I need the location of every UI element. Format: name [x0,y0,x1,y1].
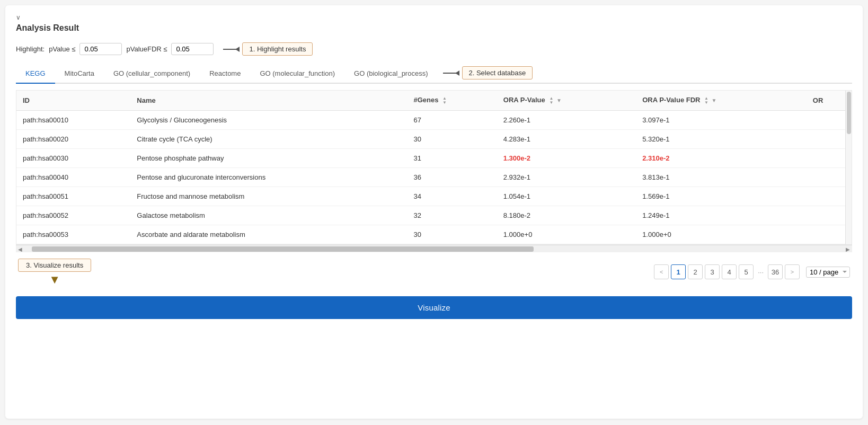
cell-ora-pvalue-fdr: 2.310e-2 [636,148,807,167]
page-5-btn[interactable]: 5 [739,264,754,279]
pagination-row: 3. Visualize results ▼ < 1 2 3 4 5 ··· 3… [16,252,852,292]
highlight-callout: 1. Highlight results [242,42,313,56]
db-arrow-icon [443,73,459,74]
pagination: < 1 2 3 4 5 ··· 36 > 10 / page 20 / page… [654,264,850,279]
table-row[interactable]: path:hsa00030Pentose phosphate pathway31… [16,148,852,167]
ora-pvalue-sort-icon[interactable]: ▲▼ [549,96,553,105]
tabs-area: KEGG MitoCarta GO (cellular_component) R… [16,65,852,84]
visualize-button[interactable]: Visualize [16,296,852,319]
table-row[interactable]: path:hsa00053Ascorbate and aldarate meta… [16,225,852,244]
highlight-label: Highlight: [16,45,45,53]
table-row[interactable]: path:hsa00020Citrate cycle (TCA cycle)30… [16,129,852,148]
data-table: ID Name #Genes ▲▼ ORA P-Value ▲▼ ▼ [16,91,852,244]
tab-go-biological[interactable]: GO (biological_process) [344,65,437,84]
page-4-btn[interactable]: 4 [722,264,737,279]
ora-pvalue-filter-icon[interactable]: ▼ [556,98,562,103]
cell-id: path:hsa00020 [16,129,130,148]
page-3-btn[interactable]: 3 [705,264,720,279]
tab-go-molecular[interactable]: GO (molecular_function) [250,65,344,84]
tab-mitocarta[interactable]: MitoCarta [55,65,104,84]
tab-kegg[interactable]: KEGG [16,65,55,84]
page-ellipsis: ··· [756,268,766,276]
cell-ora-pvalue: 2.932e-1 [497,167,636,187]
page-next-btn[interactable]: > [785,264,800,279]
cell-genes: 34 [407,187,497,206]
table-row[interactable]: path:hsa00051Fructose and mannose metabo… [16,187,852,206]
cell-ora-pvalue: 1.000e+0 [497,225,636,244]
cell-ora-pvalue-fdr: 3.097e-1 [636,110,807,129]
tabs-row: KEGG MitoCarta GO (cellular_component) R… [16,65,852,84]
cell-ora-pvalue-fdr: 1.569e-1 [636,187,807,206]
cell-genes: 30 [407,225,497,244]
cell-genes: 32 [407,206,497,225]
page-title: Analysis Result [16,23,852,33]
highlight-row: Highlight: pValue ≤ 0.05 pValueFDR ≤ 0.0… [16,42,852,56]
horizontal-scrollbar[interactable]: ◀ ▶ [16,245,852,252]
cell-name: Fructose and mannose metabolism [130,187,407,206]
col-genes[interactable]: #Genes ▲▼ [407,91,497,110]
pvaluefdr-label: pValueFDR ≤ [126,45,167,53]
tab-reactome[interactable]: Reactome [200,65,250,84]
col-name: Name [130,91,407,110]
bottom-bar: Visualize [16,292,852,323]
visualize-annotation: 3. Visualize results ▼ [18,259,91,286]
page-prev-btn[interactable]: < [654,264,669,279]
cell-ora-pvalue: 1.300e-2 [497,148,636,167]
table-row[interactable]: path:hsa00010Glycolysis / Gluconeogenesi… [16,110,852,129]
cell-ora-pvalue-fdr: 3.813e-1 [636,167,807,187]
vis-arrow-down-icon: ▼ [49,274,60,286]
cell-genes: 67 [407,110,497,129]
cell-id: path:hsa00052 [16,206,130,225]
table-row[interactable]: path:hsa00040Pentose and glucuronate int… [16,167,852,187]
cell-genes: 36 [407,167,497,187]
cell-ora-pvalue: 4.283e-1 [497,129,636,148]
page-last-btn[interactable]: 36 [768,264,783,279]
cell-name: Pentose and glucuronate interconversions [130,167,407,187]
col-ora-pvalue[interactable]: ORA P-Value ▲▼ ▼ [497,91,636,110]
db-callout: 2. Select database [462,66,533,79]
data-table-wrapper: ID Name #Genes ▲▼ ORA P-Value ▲▼ ▼ [16,90,852,245]
ora-pvalue-fdr-sort-icon[interactable]: ▲▼ [704,96,708,105]
tab-go-cellular[interactable]: GO (cellular_component) [104,65,200,84]
cell-genes: 31 [407,148,497,167]
pvalue-input[interactable]: 0.05 [79,43,122,55]
cell-name: Ascorbate and aldarate metabolism [130,225,407,244]
col-ora-pvalue-fdr[interactable]: ORA P-Value FDR ▲▼ ▼ [636,91,807,110]
scroll-left-icon[interactable]: ◀ [18,246,22,252]
genes-sort-icon[interactable]: ▲▼ [442,96,447,105]
cell-id: path:hsa00010 [16,110,130,129]
highlight-arrow-icon [223,49,239,50]
table-row[interactable]: path:hsa00052Galactose metabolism328.180… [16,206,852,225]
cell-name: Citrate cycle (TCA cycle) [130,129,407,148]
col-id: ID [16,91,130,110]
page-2-btn[interactable]: 2 [688,264,703,279]
highlight-annotation: 1. Highlight results [223,42,313,56]
ora-pvalue-fdr-filter-icon[interactable]: ▼ [712,98,717,103]
cell-name: Glycolysis / Gluconeogenesis [130,110,407,129]
cell-id: path:hsa00040 [16,167,130,187]
cell-genes: 30 [407,129,497,148]
cell-ora-pvalue: 8.180e-2 [497,206,636,225]
cell-id: path:hsa00053 [16,225,130,244]
collapse-icon[interactable]: ∨ [16,14,852,21]
cell-ora-pvalue: 2.260e-1 [497,110,636,129]
db-annotation: 2. Select database [443,66,533,79]
vertical-scrollbar-thumb[interactable] [847,92,851,134]
cell-name: Pentose phosphate pathway [130,148,407,167]
main-container: ∨ Analysis Result Highlight: pValue ≤ 0.… [5,5,863,419]
cell-ora-pvalue-fdr: 5.320e-1 [636,129,807,148]
vertical-scrollbar[interactable] [845,91,852,244]
cell-ora-pvalue: 1.054e-1 [497,187,636,206]
pvaluefdr-input[interactable]: 0.05 [171,43,214,55]
cell-id: path:hsa00051 [16,187,130,206]
cell-ora-pvalue-fdr: 1.249e-1 [636,206,807,225]
per-page-select[interactable]: 10 / page 20 / page 50 / page [806,267,850,278]
cell-ora-pvalue-fdr: 1.000e+0 [636,225,807,244]
scroll-right-icon[interactable]: ▶ [846,246,850,252]
horizontal-scrollbar-thumb[interactable] [32,246,534,252]
visualize-callout: 3. Visualize results [18,259,91,272]
cell-name: Galactose metabolism [130,206,407,225]
cell-id: path:hsa00030 [16,148,130,167]
pvalue-label: pValue ≤ [49,45,75,53]
page-1-btn[interactable]: 1 [671,264,686,279]
